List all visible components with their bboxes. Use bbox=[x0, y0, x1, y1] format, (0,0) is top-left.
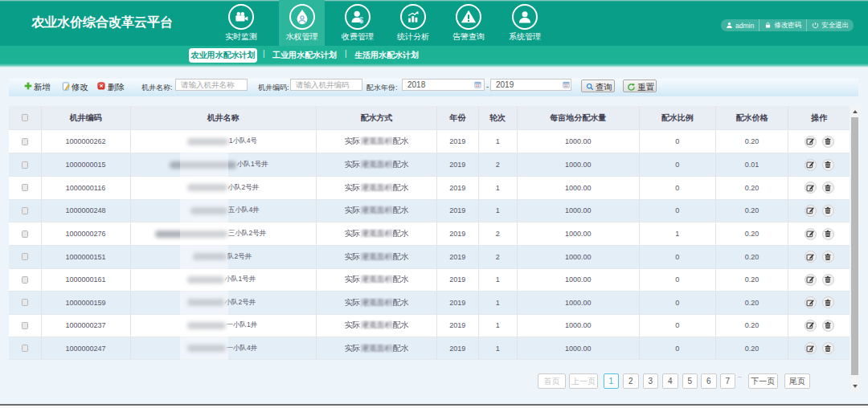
svg-text:$: $ bbox=[359, 16, 364, 25]
